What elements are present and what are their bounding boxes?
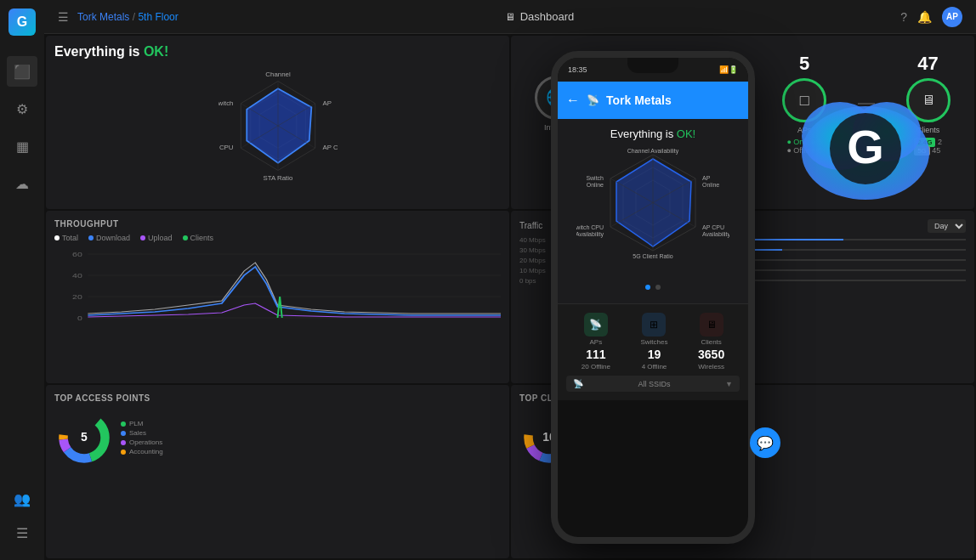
- traffic-time-selector[interactable]: Day: [928, 219, 966, 233]
- user-avatar[interactable]: AP: [942, 7, 962, 27]
- topbar-right: ? 🔔 AP: [900, 7, 962, 27]
- svg-text:AP CPU: AP CPU: [702, 224, 724, 230]
- phone-bottom-bar: 📡 APs 111 20 Offline ⊞ Switches 19 4 Off…: [558, 303, 748, 400]
- aps-value: 111: [586, 348, 605, 361]
- traffic-label: Traffic: [519, 221, 542, 230]
- svg-text:60: 60: [72, 251, 82, 258]
- help-icon[interactable]: ?: [900, 10, 907, 24]
- svg-marker-3: [247, 88, 311, 163]
- wifi-icon: 📡: [587, 94, 599, 106]
- clients-metric-label: Clients: [701, 338, 721, 346]
- svg-text:Channel Availability: Channel Availability: [627, 148, 679, 155]
- status-widget: Everything is OK!: [46, 36, 509, 209]
- menu-icon[interactable]: ☰: [58, 10, 69, 24]
- phone-notch: [627, 58, 678, 73]
- sidebar-item-layout[interactable]: ▦: [7, 131, 37, 161]
- switches-metric-icon: ⊞: [642, 313, 666, 337]
- phone-content: Everything is OK!: [558, 119, 748, 303]
- chart-area: 60 40 20 0: [54, 246, 501, 331]
- monitor-icon-top: 🖥: [505, 11, 515, 23]
- svg-text:Online: Online: [587, 182, 604, 188]
- phone-frame: 18:35 📶🔋 ← 📡 Tork Metals Everything is O…: [551, 51, 755, 544]
- breadcrumb: Tork Metals / 5th Floor: [77, 11, 179, 23]
- svg-text:Channel: Channel: [265, 71, 291, 78]
- svg-text:40: 40: [72, 272, 82, 280]
- radar-chart: Channel AP AP CPU STA Ratio Switch CPU S…: [54, 66, 501, 185]
- throughput-title: THROUGHPUT: [54, 219, 501, 229]
- users-icon: 👥: [14, 491, 31, 507]
- topbar-center: 🖥 Dashboard: [179, 10, 900, 23]
- svg-text:5G Client Ratio: 5G Client Ratio: [633, 253, 673, 259]
- phone-status-text: Everything is OK!: [566, 127, 740, 140]
- phone-time: 18:35: [568, 65, 587, 74]
- ssid-label: All SSIDs: [638, 380, 671, 388]
- svg-text:0: 0: [77, 314, 82, 322]
- donut-svg-ap: 5: [54, 408, 114, 467]
- monitor-icon: ⬛: [14, 64, 31, 80]
- phone-dots: [566, 285, 740, 290]
- svg-text:G: G: [847, 120, 884, 173]
- svg-text:5: 5: [81, 430, 88, 444]
- switches-label: Switches: [640, 338, 667, 346]
- legend-sales: Sales: [121, 429, 163, 437]
- ap-legend: PLM Sales Operations Accounting: [121, 418, 163, 457]
- chat-bubble[interactable]: 💬: [750, 427, 780, 458]
- chart-legend: Total Download Upload Clients: [54, 234, 501, 242]
- switches-sub: 4 Offline: [642, 363, 667, 371]
- phone-overlay: 18:35 📶🔋 ← 📡 Tork Metals Everything is O…: [551, 51, 755, 544]
- svg-text:Switch CPU: Switch CPU: [576, 224, 604, 230]
- svg-text:AP: AP: [702, 175, 711, 181]
- gear-icon: ⚙: [16, 101, 28, 117]
- phone-metric-switches: ⊞ Switches 19 4 Offline: [640, 313, 667, 371]
- legend-operations: Operations: [121, 438, 163, 446]
- svg-text:20: 20: [72, 293, 82, 301]
- aps-label: APs: [590, 338, 603, 346]
- svg-text:Switch: Switch: [218, 99, 234, 107]
- ssid-icon: 📡: [573, 379, 583, 388]
- list-icon: ☰: [16, 525, 28, 541]
- phone-signal: 📶🔋: [719, 65, 738, 74]
- sidebar-item-monitor[interactable]: ⬛: [7, 56, 37, 87]
- access-points-donut: 5 PLM Sales Operations Accounting: [54, 408, 501, 467]
- phone-back-button[interactable]: ←: [566, 93, 580, 108]
- clients-metric-sub: Wireless: [698, 363, 724, 371]
- legend-accounting: Accounting: [121, 448, 163, 455]
- clients-metric-icon: 🖥: [700, 313, 723, 337]
- phone-title: Tork Metals: [606, 93, 672, 107]
- bell-icon[interactable]: 🔔: [917, 10, 932, 24]
- topbar: ☰ Tork Metals / 5th Floor 🖥 Dashboard ? …: [44, 0, 976, 34]
- cloud-icon: ☁: [15, 176, 29, 192]
- logo-overlay: G: [789, 68, 942, 221]
- svg-text:Availability: Availability: [702, 231, 729, 238]
- aps-sub: 20 Offline: [582, 363, 610, 371]
- clients-metric-value: 3650: [698, 348, 724, 361]
- svg-text:STA Ratio: STA Ratio: [263, 174, 292, 182]
- phone-metric-clients: 🖥 Clients 3650 Wireless: [698, 313, 724, 371]
- status-title: Everything is OK!: [54, 44, 501, 59]
- sidebar: G ⬛ ⚙ ▦ ☁ 👥 ☰: [0, 0, 44, 560]
- access-points-title: TOP ACCESS POINTS: [54, 393, 501, 403]
- grid-icon: ▦: [16, 139, 29, 155]
- sidebar-item-settings[interactable]: ⚙: [7, 93, 37, 124]
- legend-download: Download: [88, 234, 130, 242]
- legend-total: Total: [54, 234, 78, 242]
- phone-header: ← 📡 Tork Metals: [558, 82, 748, 119]
- throughput-widget: THROUGHPUT Total Download Upload Clients: [46, 211, 509, 384]
- svg-text:AP CPU: AP CPU: [322, 144, 338, 151]
- sidebar-item-users[interactable]: 👥: [7, 484, 37, 514]
- phone-ssid-bar[interactable]: 📡 All SSIDs ▼: [566, 376, 740, 392]
- sidebar-logo[interactable]: G: [9, 8, 36, 36]
- phone-dot-2: [655, 285, 661, 290]
- sidebar-item-cloud[interactable]: ☁: [7, 168, 37, 199]
- svg-text:Online: Online: [702, 182, 719, 188]
- svg-text:AP: AP: [322, 99, 331, 107]
- legend-clients: Clients: [183, 234, 214, 242]
- chevron-down-icon: ▼: [725, 380, 733, 388]
- top-access-points-widget: TOP ACCESS POINTS 5 PLM Sales: [46, 385, 509, 558]
- phone-metric-aps: 📡 APs 111 20 Offline: [582, 313, 610, 371]
- sidebar-item-list[interactable]: ☰: [7, 518, 37, 548]
- chat-icon: 💬: [757, 435, 774, 451]
- phone-metrics: 📡 APs 111 20 Offline ⊞ Switches 19 4 Off…: [566, 313, 740, 371]
- svg-text:Switch CPU: Switch CPU: [218, 144, 234, 151]
- svg-text:Availability: Availability: [576, 231, 604, 238]
